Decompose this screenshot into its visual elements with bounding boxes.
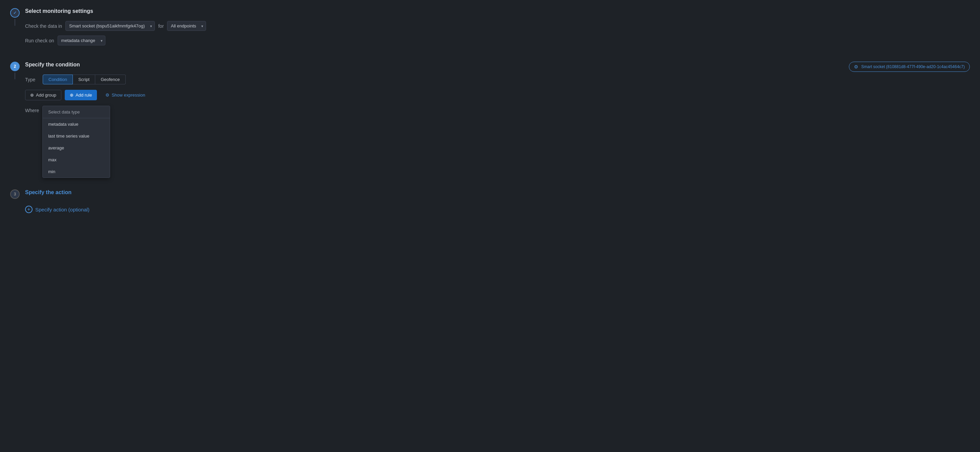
add-action-plus-icon: + xyxy=(25,206,33,213)
smart-socket-gear-icon: ⚙ xyxy=(854,64,858,70)
add-group-button[interactable]: ⊕ Add group xyxy=(25,90,61,100)
show-expression-gear-icon: ⚙ xyxy=(105,92,110,97)
dropdown-item-metadata-value[interactable]: metadata value xyxy=(43,118,110,130)
add-group-label: Add group xyxy=(36,92,56,97)
device-select[interactable]: Smart socket (bspu51aikfmmfgrk47og) xyxy=(65,21,155,31)
tab-script[interactable]: Script xyxy=(73,75,95,84)
step3-content: Specify the action xyxy=(25,188,970,206)
dropdown-item-last-time-series[interactable]: last time series value xyxy=(43,130,110,142)
where-row: Where Select data type metadata value la… xyxy=(25,106,849,178)
step1-indicator: ✓ xyxy=(10,7,20,26)
step1-title: Select monitoring settings xyxy=(25,7,970,14)
step2-row: 2 Specify the condition Type Condition S… xyxy=(10,60,970,188)
steps-container: ✓ Select monitoring settings Check the d… xyxy=(10,7,970,213)
check-data-row: Check the data in Smart socket (bspu51ai… xyxy=(25,21,970,31)
run-check-label: Run check on xyxy=(25,38,54,43)
section2-right: ⚙ Smart socket (810881d8-477f-490e-ad20-… xyxy=(849,60,970,72)
endpoint-select-wrapper[interactable]: All endpoints xyxy=(167,21,206,31)
where-label: Where xyxy=(25,106,39,113)
tab-condition[interactable]: Condition xyxy=(43,75,73,84)
tab-geofence[interactable]: Geofence xyxy=(95,75,126,84)
dropdown-item-min[interactable]: min xyxy=(43,166,110,178)
step3-indicator: 3 xyxy=(10,188,20,199)
step3-number: 3 xyxy=(14,192,16,197)
section2-left: Specify the condition Type Condition Scr… xyxy=(25,60,849,178)
add-action-label: Specify action (optional) xyxy=(35,207,89,212)
device-select-wrapper[interactable]: Smart socket (bspu51aikfmmfgrk47og) xyxy=(65,21,155,31)
step3-title: Specify the action xyxy=(25,188,970,196)
for-label: for xyxy=(158,23,164,29)
step1-circle: ✓ xyxy=(10,8,20,18)
smart-socket-badge[interactable]: ⚙ Smart socket (810881d8-477f-490e-ad20-… xyxy=(849,62,970,72)
type-row: Type Condition Script Geofence xyxy=(25,75,849,84)
smart-socket-badge-text: Smart socket (810881d8-477f-490e-ad20-1c… xyxy=(861,64,965,69)
check-label: Check the data in xyxy=(25,23,62,29)
action-buttons: ⊕ Add group ⊕ Add rule ⚙ Show expression xyxy=(25,90,849,100)
step2-content: Specify the condition Type Condition Scr… xyxy=(25,60,970,188)
add-action-row: + Specify action (optional) xyxy=(10,206,970,213)
run-check-select-wrapper[interactable]: metadata change xyxy=(57,36,105,45)
step2-circle: 2 xyxy=(10,62,20,71)
run-check-select[interactable]: metadata change xyxy=(57,36,105,45)
step2-title: Specify the condition xyxy=(25,60,849,68)
step2-number: 2 xyxy=(14,64,16,69)
section2-header: Specify the condition Type Condition Scr… xyxy=(25,60,970,178)
run-check-row: Run check on metadata change xyxy=(25,36,970,45)
show-expression-button[interactable]: ⚙ Show expression xyxy=(100,90,150,100)
endpoint-select[interactable]: All endpoints xyxy=(167,21,206,31)
step2-indicator: 2 xyxy=(10,60,20,79)
step3-row: 3 Specify the action xyxy=(10,188,970,206)
step1-line xyxy=(14,19,15,26)
tab-group: Condition Script Geofence xyxy=(43,75,126,84)
step1-row: ✓ Select monitoring settings Check the d… xyxy=(10,7,970,60)
add-rule-label: Add rule xyxy=(76,92,92,97)
show-expression-label: Show expression xyxy=(111,92,145,97)
step1-content: Select monitoring settings Check the dat… xyxy=(25,7,970,60)
add-rule-button[interactable]: ⊕ Add rule xyxy=(65,90,97,100)
dropdown-placeholder: Select data type xyxy=(43,106,110,118)
dropdown-item-max[interactable]: max xyxy=(43,154,110,166)
step3-circle: 3 xyxy=(10,189,20,199)
add-group-plus-icon: ⊕ xyxy=(30,92,34,97)
dropdown-item-average[interactable]: average xyxy=(43,142,110,154)
check-icon: ✓ xyxy=(13,11,17,15)
data-type-dropdown: Select data type metadata value last tim… xyxy=(42,106,110,178)
step2-line xyxy=(14,73,15,79)
add-action-button[interactable]: + Specify action (optional) xyxy=(25,206,89,213)
type-label: Type xyxy=(25,77,39,82)
add-rule-plus-icon: ⊕ xyxy=(70,92,73,97)
